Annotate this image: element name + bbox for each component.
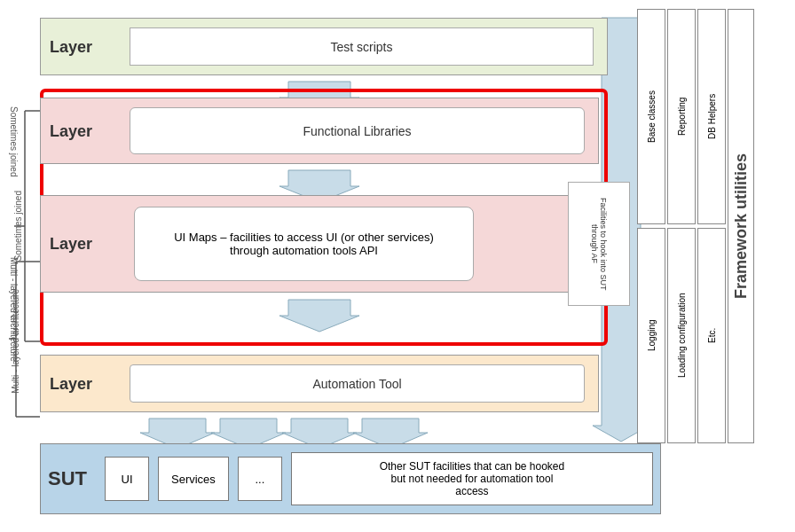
layer2-content: Functional Libraries: [130, 107, 585, 154]
framework-logging: Logging: [637, 228, 665, 443]
sut-section: SUT UI Services ... Other SUT facilities…: [40, 443, 661, 514]
framework-title-box: Framework utilities: [728, 9, 754, 443]
layer1-content: Test scripts: [130, 27, 594, 66]
sut-label: SUT: [48, 467, 87, 490]
layer2-label: Layer: [50, 121, 92, 140]
framework-col1: DB Helpers Etc.: [697, 9, 726, 443]
sometimes-joined-text: Sometimes joined: [13, 191, 23, 261]
sut-services-box: Services: [158, 457, 229, 501]
framework-panel: Framework utilities DB Helpers Etc. Repo…: [639, 9, 754, 443]
multi-layered-text-container: Multi - layered architecture: [9, 270, 21, 412]
layer2-box: Layer Functional Libraries: [40, 98, 599, 164]
layer3-content: UI Maps – facilities to access UI (or ot…: [134, 207, 474, 281]
layer4-box: Layer Automation Tool: [40, 355, 599, 412]
sut-other-box: Other SUT facilities that can be hookedb…: [291, 452, 653, 505]
framework-col3: Base classes Logging: [637, 9, 665, 443]
layer1-box: Layer Test scripts: [40, 18, 608, 75]
framework-etc: Etc.: [697, 228, 726, 443]
framework-db-helpers: DB Helpers: [697, 9, 726, 224]
sut-ellipsis-box: ...: [238, 457, 282, 501]
framework-loading-config: Loading configuration: [667, 228, 696, 443]
layer4-content: Automation Tool: [130, 364, 585, 403]
layer3-label: Layer: [50, 235, 92, 254]
diagram-wrapper: Sometimes joined Multi - layered archite…: [9, 9, 754, 521]
framework-col2: Reporting Loading configuration: [667, 9, 696, 443]
facilities-hook-box: Facilities to hook into SUT through AF: [568, 182, 630, 306]
sut-ui-box: UI: [105, 457, 149, 501]
layer1-label: Layer: [50, 37, 92, 56]
layer4-label: Layer: [50, 374, 92, 393]
framework-reporting: Reporting: [667, 9, 696, 224]
layer3-box: Layer UI Maps – facilities to access UI …: [40, 195, 599, 293]
multi-layered-text: Multi - layered architecture: [11, 289, 20, 394]
framework-base-classes: Base classes: [637, 9, 665, 224]
